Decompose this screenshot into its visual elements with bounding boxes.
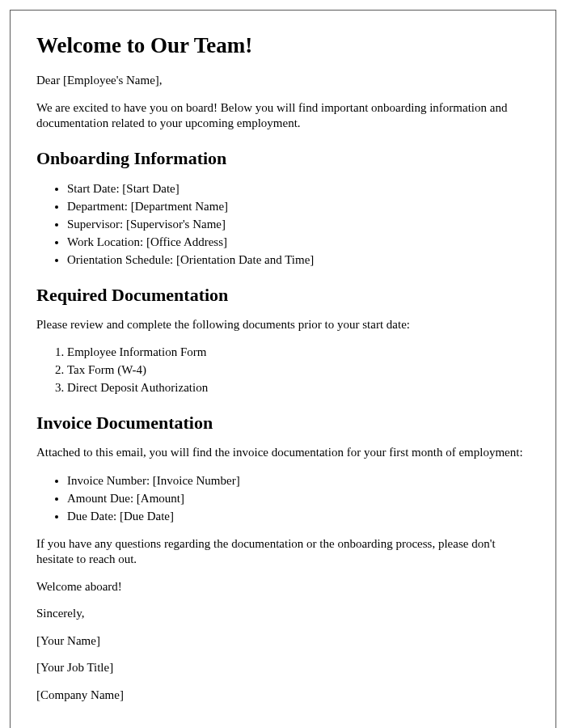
invoice-lead: Attached to this email, you will find th… bbox=[36, 445, 530, 461]
list-item: Supervisor: [Supervisor's Name] bbox=[67, 216, 530, 233]
sender-title: [Your Job Title] bbox=[36, 660, 530, 676]
invoice-list: Invoice Number: [Invoice Number] Amount … bbox=[36, 472, 530, 525]
required-docs-lead: Please review and complete the following… bbox=[36, 317, 530, 333]
sender-company: [Company Name] bbox=[36, 688, 530, 704]
onboarding-heading: Onboarding Information bbox=[36, 148, 530, 169]
invoice-heading: Invoice Documentation bbox=[36, 413, 530, 434]
sender-name: [Your Name] bbox=[36, 633, 530, 650]
closing-note: If you have any questions regarding the … bbox=[36, 536, 530, 568]
signoff-line: Sincerely, bbox=[36, 606, 530, 622]
list-item: Amount Due: [Amount] bbox=[67, 490, 530, 507]
greeting-line: Dear [Employee's Name], bbox=[36, 73, 530, 89]
onboarding-list: Start Date: [Start Date] Department: [De… bbox=[36, 180, 530, 269]
intro-paragraph: We are excited to have you on board! Bel… bbox=[36, 100, 530, 132]
page-title: Welcome to Our Team! bbox=[36, 33, 530, 58]
welcome-line: Welcome aboard! bbox=[36, 579, 530, 595]
list-item: Department: [Department Name] bbox=[67, 198, 530, 215]
list-item: Work Location: [Office Address] bbox=[67, 234, 530, 251]
document-frame: Welcome to Our Team! Dear [Employee's Na… bbox=[10, 10, 556, 728]
list-item: Employee Information Form bbox=[67, 344, 530, 361]
list-item: Due Date: [Due Date] bbox=[67, 508, 530, 525]
list-item: Orientation Schedule: [Orientation Date … bbox=[67, 252, 530, 269]
list-item: Invoice Number: [Invoice Number] bbox=[67, 472, 530, 489]
page-container: Welcome to Our Team! Dear [Employee's Na… bbox=[0, 0, 566, 728]
list-item: Direct Deposit Authorization bbox=[67, 379, 530, 396]
required-docs-list: Employee Information Form Tax Form (W-4)… bbox=[36, 344, 530, 396]
list-item: Start Date: [Start Date] bbox=[67, 180, 530, 197]
required-docs-heading: Required Documentation bbox=[36, 285, 530, 306]
list-item: Tax Form (W-4) bbox=[67, 362, 530, 379]
